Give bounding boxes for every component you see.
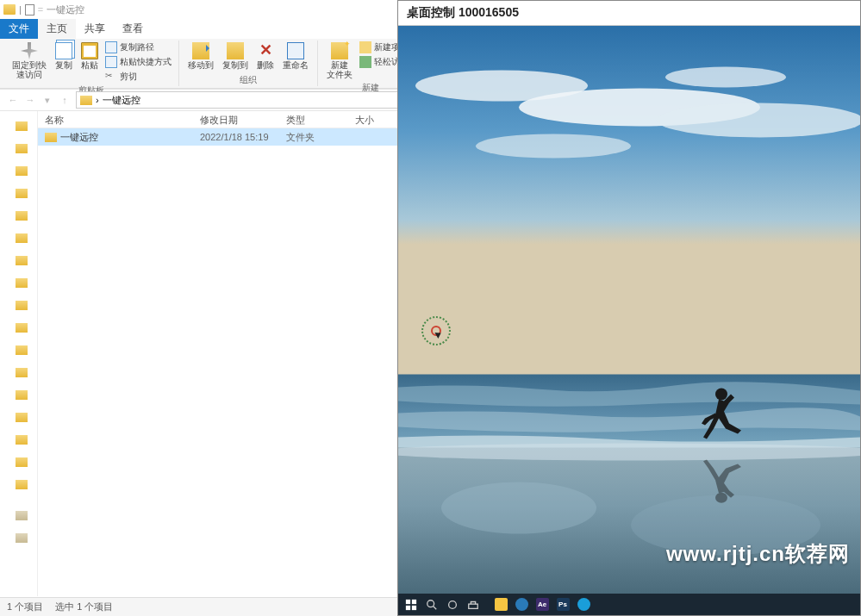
copy-path-button[interactable]: 复制路径 [103, 40, 173, 54]
svg-point-19 [449, 600, 457, 608]
copyto-label: 复制到 [222, 60, 248, 70]
nav-forward-button[interactable]: → [22, 92, 38, 108]
new-folder-button[interactable]: 新建 文件夹 [323, 40, 356, 81]
column-size[interactable]: 大小 [348, 111, 400, 128]
sidebar-item[interactable] [0, 339, 37, 361]
svg-point-8 [398, 444, 860, 461]
cut-icon: ✂ [105, 71, 117, 83]
column-name[interactable]: 名称 [38, 111, 193, 128]
remote-titlebar[interactable]: 桌面控制 100016505 [398, 1, 860, 26]
nav-back-button[interactable]: ← [5, 92, 21, 108]
delete-icon: ✕ [257, 42, 274, 59]
rename-button[interactable]: 重命名 [279, 40, 312, 72]
newfolder-icon [331, 42, 348, 59]
window-title: 一键远控 [47, 3, 84, 16]
start-button[interactable] [402, 596, 421, 613]
tab-file[interactable]: 文件 [0, 19, 38, 39]
copypath-label: 复制路径 [120, 41, 154, 53]
easyaccess-icon [359, 56, 371, 68]
taskbar-app-ps[interactable]: Ps [553, 596, 572, 613]
tab-view[interactable]: 查看 [114, 19, 152, 39]
tab-home[interactable]: 主页 [38, 19, 76, 39]
search-button[interactable] [422, 596, 441, 613]
copypath-icon [105, 41, 117, 53]
svg-line-18 [434, 606, 437, 609]
svg-point-3 [657, 103, 860, 138]
column-type[interactable]: 类型 [279, 111, 348, 128]
sidebar-item[interactable] [0, 182, 37, 204]
folder-icon [16, 301, 28, 310]
folder-icon [16, 323, 28, 333]
pasteshortcut-icon [105, 56, 117, 68]
svg-point-5 [665, 67, 786, 88]
sidebar-item[interactable] [0, 428, 37, 451]
cut-button[interactable]: ✂剪切 [103, 70, 173, 84]
copy-to-button[interactable]: 复制到 [219, 40, 252, 72]
svg-point-4 [476, 134, 631, 159]
delete-label: 删除 [257, 60, 274, 70]
sidebar-item[interactable] [0, 294, 37, 316]
sidebar-item[interactable] [0, 227, 37, 249]
nav-up-button[interactable]: ↑ [57, 92, 72, 108]
sidebar-item[interactable] [0, 526, 37, 549]
beach-wallpaper [398, 26, 860, 594]
paste-icon [81, 42, 98, 59]
folder-icon [16, 121, 28, 131]
paste-button[interactable]: 粘贴 [78, 40, 102, 72]
copy-icon [55, 42, 72, 59]
remote-viewport[interactable]: www.rjtj.cn软荐网 [398, 26, 860, 594]
sidebar-item[interactable] [0, 473, 37, 495]
sidebar-item[interactable] [0, 204, 37, 227]
taskbar-app-ae[interactable]: Ae [533, 596, 552, 613]
task-view-button[interactable] [443, 596, 462, 613]
newfolder-label: 新建 文件夹 [327, 60, 353, 79]
folder-icon [16, 368, 28, 377]
cortana-button[interactable] [464, 596, 483, 613]
remote-taskbar: Ae Ps [398, 594, 860, 615]
sidebar-item[interactable] [0, 159, 37, 182]
folder-icon [16, 511, 28, 520]
remote-title-text: 桌面控制 100016505 [407, 5, 519, 21]
sidebar-item[interactable] [0, 406, 37, 428]
svg-rect-16 [412, 605, 416, 609]
breadcrumb-sep: › [96, 95, 99, 105]
sidebar-item[interactable] [0, 504, 37, 526]
sidebar-item[interactable] [0, 361, 37, 383]
taskbar-app-explorer[interactable] [491, 596, 510, 613]
folder-icon [80, 96, 92, 105]
sidebar-item[interactable] [0, 451, 37, 473]
folder-icon [16, 256, 28, 265]
pin-to-quick-access-button[interactable]: 固定到快 速访问 [9, 40, 50, 81]
folder-icon [3, 4, 16, 15]
cut-label: 剪切 [120, 71, 137, 83]
sidebar-item[interactable] [0, 271, 37, 294]
paste-shortcut-button[interactable]: 粘贴快捷方式 [103, 55, 173, 69]
breadcrumb-segment[interactable]: 一键远控 [103, 94, 140, 107]
taskbar-app-browser[interactable] [512, 596, 531, 613]
remote-cursor-indicator [421, 316, 451, 345]
copy-button[interactable]: 复制 [52, 40, 76, 72]
copy-label: 复制 [55, 60, 72, 70]
folder-icon [16, 233, 28, 243]
tab-share[interactable]: 共享 [76, 19, 114, 39]
sidebar-item[interactable] [0, 137, 37, 159]
folder-icon [16, 211, 28, 221]
nav-recent-button[interactable]: ▾ [40, 92, 55, 108]
sidebar-item[interactable] [0, 383, 37, 406]
folder-icon [16, 413, 28, 422]
pin-icon [21, 42, 38, 59]
folder-icon [45, 133, 57, 142]
newitem-icon [359, 41, 371, 53]
folder-icon [16, 144, 28, 153]
delete-button[interactable]: ✕删除 [253, 40, 278, 72]
column-date[interactable]: 修改日期 [193, 111, 279, 128]
sidebar-item[interactable] [0, 249, 37, 271]
sidebar-item[interactable] [0, 115, 37, 137]
taskbar-app-edge[interactable] [574, 596, 593, 613]
sidebar-item[interactable] [0, 316, 37, 339]
folder-icon [16, 166, 28, 176]
folder-icon [16, 480, 28, 489]
document-icon [25, 4, 34, 16]
folder-icon [16, 345, 28, 355]
move-to-button[interactable]: 移动到 [184, 40, 217, 72]
